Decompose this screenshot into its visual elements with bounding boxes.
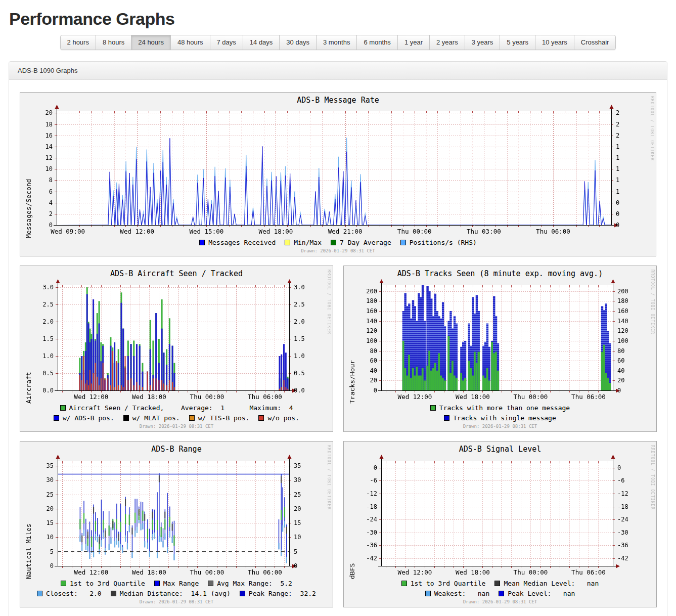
legend-label: Positions/s (RHS) (410, 239, 477, 246)
legend-item: w/ TIS-B pos. (189, 414, 250, 422)
adsb-1090-graphs-panel: ADS-B 1090 Graphs ADS-B Message Rate Mes… (9, 61, 667, 616)
chart-legend: 1st to 3rd QuartileMean Median Level: na… (344, 578, 656, 598)
legend-label: Average: 1 (181, 404, 240, 412)
legend-row: Messages ReceivedMin/Max7 Day AveragePos… (20, 237, 656, 247)
signal-level-chart-canvas (344, 454, 656, 578)
legend-swatch (189, 415, 195, 421)
rrdtool-watermark: RRDTOOL / TOBI OETIKER (650, 96, 654, 161)
range-button-24-hours[interactable]: 24 hours (131, 35, 171, 50)
legend-item: Median Distance: 14.1 (avg) (111, 590, 231, 597)
drawn-timestamp: Drawn: 2026-01-29 08:31 CET (20, 598, 333, 607)
range-button-8-hours[interactable]: 8 hours (96, 35, 131, 50)
legend-swatch (154, 581, 160, 586)
range-chart-canvas (20, 454, 333, 578)
legend-swatch (494, 581, 500, 586)
range-button-14-days[interactable]: 14 days (243, 35, 280, 50)
range-button-6-months[interactable]: 6 months (356, 35, 397, 50)
page: Performance Graphs 2 hours 8 hours 24 ho… (0, 9, 676, 616)
legend-label: Tracks with more than one message (439, 404, 570, 412)
legend-item: Positions/s (RHS) (400, 239, 477, 246)
legend-row: Closest: 2.0Median Distance: 14.1 (avg)P… (20, 588, 333, 598)
message-rate-graph: ADS-B Message Rate Messages/Second RRDTO… (20, 92, 656, 256)
legend-item: Avg Max Range: 5.2 (208, 580, 292, 587)
range-button-7-days[interactable]: 7 days (210, 35, 243, 50)
legend-item: w/ MLAT pos. (123, 414, 180, 422)
legend-label: Messages Received (208, 239, 276, 246)
chart-title: ADS-B Aircraft Seen / Tracked (20, 266, 333, 278)
range-button-crosshair[interactable]: Crosshair (574, 35, 616, 50)
range-button-3-years[interactable]: 3 years (465, 35, 501, 50)
chart-legend: Messages ReceivedMin/Max7 Day AveragePos… (20, 237, 656, 247)
legend-swatch (331, 240, 336, 245)
legend-swatch (240, 591, 245, 596)
legend-item: Peak Level: nan (499, 590, 575, 597)
drawn-timestamp: Drawn: 2026-01-29 08:31 CET (20, 423, 333, 431)
range-graph: ADS-B Range Nautical Miles RRDTOOL / TOB… (20, 441, 333, 607)
legend-item: Messages Received (199, 239, 276, 246)
panel-body: ADS-B Message Rate Messages/Second RRDTO… (9, 80, 667, 607)
time-range-button-group: 2 hours 8 hours 24 hours 48 hours 7 days… (60, 35, 616, 50)
page-title: Performance Graphs (9, 9, 676, 29)
y-axis-label: Messages/Second (25, 106, 32, 238)
legend-item: Weakest: nan (425, 590, 490, 597)
legend-swatch (60, 405, 66, 411)
legend-item: Mean Median Level: nan (494, 580, 599, 587)
legend-item: Min/Max (285, 239, 322, 246)
legend-item: Tracks with more than one message (430, 404, 570, 412)
legend-label: Aircraft Seen / Tracked, (69, 404, 172, 412)
range-button-10-years[interactable]: 10 years (535, 35, 574, 50)
legend-label: Avg Max Range: 5.2 (217, 580, 292, 587)
legend-label: Median Distance: 14.1 (avg) (120, 590, 231, 597)
range-button-2-years[interactable]: 2 years (429, 35, 465, 50)
legend-label: Tracks with single message (453, 414, 556, 422)
rrdtool-watermark: RRDTOOL / TOBI OETIKER (650, 270, 655, 334)
legend-swatch (54, 415, 59, 421)
legend-swatch (208, 581, 213, 586)
panel-header: ADS-B 1090 Graphs (9, 62, 667, 80)
legend-label: Min/Max (294, 239, 322, 246)
chart-title: ADS-B Signal Level (344, 442, 656, 454)
legend-label: Weakest: nan (434, 590, 490, 597)
legend-item: 7 Day Average (331, 239, 391, 246)
rrdtool-watermark: RRDTOOL / TOBI OETIKER (650, 445, 655, 510)
time-range-toolbar: 2 hours 8 hours 24 hours 48 hours 7 days… (0, 35, 676, 50)
legend-row: w/ ADS-B pos.w/ MLAT pos.w/ TIS-B pos.w/… (20, 413, 333, 423)
legend-label: 1st to 3rd Quartile (70, 580, 145, 587)
chart-row-3: ADS-B Range Nautical Miles RRDTOOL / TOB… (20, 441, 656, 607)
range-button-2-hours[interactable]: 2 hours (60, 35, 96, 50)
legend-item: Closest: 2.0 (37, 590, 102, 597)
legend-label: Closest: 2.0 (46, 590, 102, 597)
legend-swatch (499, 591, 504, 596)
legend-label: Maximum: 4 (249, 404, 293, 412)
range-button-1-year[interactable]: 1 year (397, 35, 430, 50)
legend-row: Weakest: nanPeak Level: nan (344, 588, 656, 598)
drawn-timestamp: Drawn: 2026-01-29 08:31 CET (344, 423, 656, 431)
legend-label: Max Range (163, 580, 199, 587)
legend-swatch (430, 405, 436, 411)
range-button-5-years[interactable]: 5 years (500, 35, 535, 50)
legend-row: 1st to 3rd QuartileMean Median Level: na… (344, 578, 656, 588)
chart-title: ADS-B Tracks Seen (8 minute exp. moving … (344, 266, 656, 278)
signal-level-graph: ADS-B Signal Level dBFS RRDTOOL / TOBI O… (343, 441, 657, 607)
legend-swatch (123, 415, 129, 421)
range-button-30-days[interactable]: 30 days (279, 35, 317, 50)
legend-label: Peak Level: nan (508, 590, 575, 597)
legend-swatch (400, 240, 406, 245)
y-axis-label: Aircraft (25, 279, 32, 404)
legend-swatch (111, 591, 116, 596)
drawn-timestamp: Drawn: 2026-01-29 08:31 CET (20, 247, 656, 256)
legend-row: Aircraft Seen / Tracked, Average: 1 Maxi… (20, 403, 333, 413)
tracks-seen-graph: ADS-B Tracks Seen (8 minute exp. moving … (343, 266, 657, 432)
legend-item: Maximum: 4 (249, 404, 293, 412)
legend-label: 1st to 3rd Quartile (411, 580, 486, 587)
legend-label: Mean Median Level: nan (504, 580, 599, 587)
chart-title: ADS-B Range (20, 442, 333, 454)
legend-item: Tracks with single message (444, 414, 556, 422)
legend-item: Peak Range: 32.2 (240, 590, 316, 597)
range-button-48-hours[interactable]: 48 hours (170, 35, 210, 50)
y-axis-label: dBFS (348, 455, 356, 579)
legend-swatch (444, 415, 449, 421)
range-button-3-months[interactable]: 3 months (316, 35, 357, 50)
legend-swatch (199, 240, 205, 245)
legend-row: Tracks with more than one message (344, 403, 656, 413)
